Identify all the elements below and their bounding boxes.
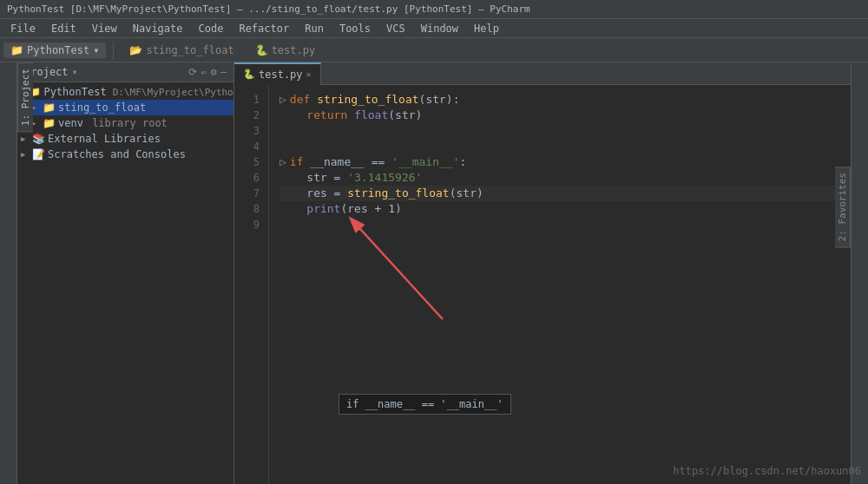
- code-line-4: [279, 139, 840, 154]
- menu-run[interactable]: Run: [298, 21, 331, 36]
- toolbar-separator: [113, 42, 114, 59]
- tree-root[interactable]: ▼ 📁 PythonTest D:\MF\MyProject\PythonTes…: [17, 84, 233, 100]
- gear-icon[interactable]: ⚙: [211, 66, 217, 78]
- scratches-icon: 📝: [32, 148, 45, 160]
- menu-view[interactable]: View: [85, 21, 124, 36]
- editor-tabs: 🐍 test.py ✕: [234, 62, 851, 85]
- toolbar-sting-tab[interactable]: 📂 sting_to_float: [121, 39, 242, 62]
- collapse-icon[interactable]: ⇐: [201, 66, 207, 78]
- menu-file[interactable]: File: [3, 21, 43, 36]
- tree-scratches[interactable]: ▶ 📝 Scratches and Consoles: [17, 147, 233, 162]
- root-path: D:\MF\MyProject\PythonTest: [113, 87, 233, 98]
- line-num-3: 3: [238, 123, 265, 139]
- code-editor[interactable]: 1 2 3 4 5 6 7 8 9 ▷ def string_to_float …: [234, 85, 851, 484]
- ext-libs-label: External Libraries: [48, 133, 161, 145]
- dropdown-icon: ▾: [93, 44, 99, 56]
- fn-name: string_to_float: [317, 91, 418, 108]
- editor-area: 🐍 test.py ✕ 1 2 3 4 5 6 7 8 9 ▷: [234, 62, 851, 484]
- test-file-label: test.py: [272, 44, 316, 56]
- menu-code[interactable]: Code: [192, 21, 231, 36]
- folder-small-icon: 📂: [129, 44, 142, 56]
- sting-folder-label: sting_to_float: [58, 101, 146, 114]
- svg-line-1: [352, 219, 443, 319]
- tree-sting-folder[interactable]: ▶ 📁 sting_to_float: [17, 100, 233, 115]
- tree-venv-folder[interactable]: ▶ 📁 venv library root: [17, 115, 233, 131]
- line-num-9: 9: [238, 217, 265, 232]
- code-line-8: print (res + 1): [279, 201, 840, 217]
- tab-test-py[interactable]: 🐍 test.py ✕: [234, 62, 321, 85]
- menu-vcs[interactable]: VCS: [379, 21, 412, 36]
- root-label: PythonTest: [43, 86, 106, 98]
- tooltip-text: if __name__ == '__main__': [346, 398, 503, 410]
- run-marker-1: ▷: [279, 91, 286, 108]
- code-line-2: return float ( str ): [279, 108, 840, 123]
- ext-libs-icon: 📚: [32, 133, 45, 145]
- kw-def: def: [290, 91, 317, 108]
- main-area: 1: Project Project ▾ ⟳ ⇐ ⚙ — ▼ 📁 PythonT…: [0, 62, 868, 484]
- project-header-actions: ⟳ ⇐ ⚙ —: [188, 66, 227, 78]
- code-line-5: ▷ if __name__ == '__main__' :: [279, 154, 840, 170]
- venv-suffix: library root: [86, 117, 168, 129]
- tooltip: if __name__ == '__main__': [339, 394, 511, 415]
- line-num-1: 1: [238, 92, 265, 108]
- py-icon: 🐍: [255, 44, 268, 56]
- project-name: PythonTest: [27, 44, 89, 56]
- project-panel: Project ▾ ⟳ ⇐ ⚙ — ▼ 📁 PythonTest D:\MF\M…: [17, 62, 234, 484]
- run-marker-5: ▷: [279, 154, 286, 171]
- ext-arrow: ▶: [21, 134, 30, 143]
- menu-navigate[interactable]: Navigate: [126, 21, 190, 36]
- watermark: https://blog.csdn.net/haoxun06: [673, 465, 861, 477]
- venv-folder-icon: 📁: [43, 117, 56, 129]
- line-num-5: 5: [238, 154, 265, 170]
- tab-close-button[interactable]: ✕: [306, 69, 312, 79]
- line-num-2: 2: [238, 108, 265, 123]
- toolbar-test-tab[interactable]: 🐍 test.py: [247, 39, 325, 62]
- project-tree: ▼ 📁 PythonTest D:\MF\MyProject\PythonTes…: [17, 82, 233, 484]
- scratches-label: Scratches and Consoles: [48, 148, 186, 160]
- menu-tools[interactable]: Tools: [332, 21, 378, 36]
- line-numbers: 1 2 3 4 5 6 7 8 9: [234, 85, 269, 484]
- folder-icon: 📁: [10, 44, 23, 56]
- menu-bar: File Edit View Navigate Code Refactor Ru…: [0, 19, 868, 38]
- menu-help[interactable]: Help: [467, 21, 506, 36]
- left-sidebar: 1: Project: [0, 62, 17, 484]
- project-selector[interactable]: 📁 PythonTest ▾: [3, 43, 106, 58]
- right-sidebar: 2: Favorites: [851, 62, 868, 484]
- code-line-3: [279, 123, 840, 139]
- menu-window[interactable]: Window: [414, 21, 465, 36]
- menu-edit[interactable]: Edit: [44, 21, 83, 36]
- project-tab-vertical[interactable]: 1: Project: [17, 62, 33, 132]
- tab-test-label: test.py: [259, 69, 303, 81]
- code-line-6: str = '3.1415926': [279, 170, 840, 186]
- code-line-9: [279, 217, 840, 232]
- window-title: PythonTest [D:\MF\MyProject\PythonTest] …: [7, 3, 530, 15]
- sting-folder-icon: 📁: [43, 101, 56, 114]
- py-tab-icon: 🐍: [243, 69, 255, 80]
- watermark-text: https://blog.csdn.net/haoxun06: [673, 465, 861, 477]
- code-line-1: ▷ def string_to_float ( str ):: [279, 92, 840, 108]
- tree-ext-libs[interactable]: ▶ 📚 External Libraries: [17, 131, 233, 147]
- line-num-6: 6: [238, 170, 265, 186]
- line-num-4: 4: [238, 139, 265, 154]
- sting-folder-label: sting_to_float: [146, 44, 233, 56]
- dropdown-arrow: ▾: [72, 66, 78, 78]
- line-num-8: 8: [238, 201, 265, 217]
- menu-refactor[interactable]: Refactor: [232, 21, 296, 36]
- project-panel-header: Project ▾ ⟳ ⇐ ⚙ —: [17, 62, 233, 82]
- sync-icon[interactable]: ⟳: [188, 66, 197, 78]
- title-bar: PythonTest [D:\MF\MyProject\PythonTest] …: [0, 0, 868, 19]
- close-panel-icon[interactable]: —: [220, 66, 227, 78]
- venv-label: venv: [58, 117, 83, 129]
- scratches-arrow: ▶: [21, 150, 30, 159]
- toolbar: 📁 PythonTest ▾ 📂 sting_to_float 🐍 test.p…: [0, 38, 868, 62]
- line-num-7: 7: [238, 186, 265, 201]
- code-line-7: res = string_to_float ( str ): [279, 186, 840, 201]
- favorites-tab-vertical[interactable]: 2: Favorites: [835, 167, 851, 247]
- code-content[interactable]: ▷ def string_to_float ( str ): return fl…: [269, 85, 851, 484]
